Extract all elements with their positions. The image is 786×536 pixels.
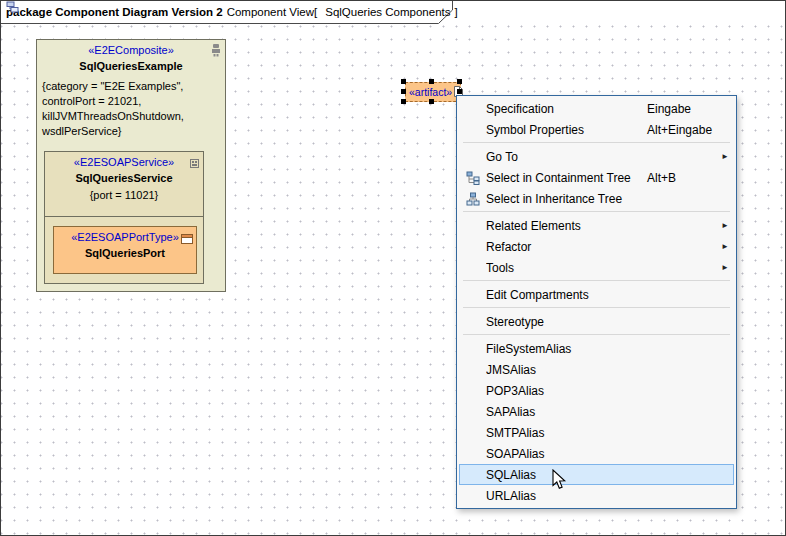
compartment-separator	[45, 216, 203, 217]
porttype-stereotype: «E2ESOAPPortType»	[54, 231, 196, 244]
containment-tree-icon	[466, 171, 486, 185]
menu-separator	[463, 211, 730, 212]
menu-item-label: SOAPAlias	[486, 447, 647, 461]
frame-kind-and-name: package Component Diagram Version 2	[6, 6, 223, 18]
e2e-composite-icon	[209, 43, 222, 61]
porttype-node-sqlqueriesport[interactable]: «E2ESOAPPortType» SqlQueriesPort	[53, 226, 197, 274]
menu-item-filesystemalias[interactable]: FileSystemAlias	[459, 338, 734, 359]
service-property: {port = 11021}	[45, 189, 203, 201]
menu-item-urlalias[interactable]: URLAlias	[459, 485, 734, 506]
porttype-name: SqlQueriesPort	[54, 247, 196, 260]
frame-view-label: Component View[	[227, 6, 318, 18]
menu-item-refactor[interactable]: Refactor ►	[459, 236, 734, 257]
menu-item-shortcut: Eingabe	[647, 102, 719, 116]
menu-item-label: Select in Inheritance Tree	[486, 192, 647, 206]
composite-properties: {category = "E2E Examples", controlPort …	[42, 79, 221, 139]
menu-item-smtpalias[interactable]: SMTPAlias	[459, 422, 734, 443]
menu-item-label: FileSystemAlias	[486, 342, 647, 356]
submenu-arrow-icon: ►	[719, 152, 729, 161]
menu-item-related-elements[interactable]: Related Elements ►	[459, 215, 734, 236]
selection-handle[interactable]	[429, 79, 434, 84]
menu-item-go-to[interactable]: Go To ►	[459, 146, 734, 167]
submenu-arrow-icon: ►	[719, 221, 729, 230]
menu-item-select-in-inheritance-tree[interactable]: Select in Inheritance Tree	[459, 188, 734, 209]
menu-item-shortcut: Alt+B	[647, 171, 719, 185]
menu-item-tools[interactable]: Tools ►	[459, 257, 734, 278]
selection-handle[interactable]	[429, 99, 434, 104]
menu-item-label: Go To	[486, 150, 647, 164]
e2e-service-icon	[189, 155, 200, 173]
menu-item-select-in-containment-tree[interactable]: Select in Containment Tree Alt+B	[459, 167, 734, 188]
menu-item-soapalias[interactable]: SOAPAlias	[459, 443, 734, 464]
composite-property-line: {category = "E2E Examples",	[42, 79, 221, 94]
menu-item-symbol-properties[interactable]: Symbol Properties Alt+Eingabe	[459, 119, 734, 140]
menu-item-label: Related Elements	[486, 219, 647, 233]
menu-item-specification[interactable]: Specification Eingabe	[459, 98, 734, 119]
menu-item-sqlalias[interactable]: SQLAlias	[459, 464, 734, 485]
menu-item-shortcut: Alt+Eingabe	[647, 123, 719, 137]
selection-handle[interactable]	[401, 89, 406, 94]
menu-separator	[463, 307, 730, 308]
selection-handle[interactable]	[401, 99, 406, 104]
artifact-stereotype: «artifact»	[409, 86, 452, 99]
menu-item-jmsalias[interactable]: JMSAlias	[459, 359, 734, 380]
e2e-porttype-icon	[181, 230, 193, 248]
composite-node-sqlqueriesexample[interactable]: «E2EComposite» SqlQueriesExample {catego…	[36, 39, 226, 292]
frame-title: package Component Diagram Version 2 Comp…	[6, 1, 458, 23]
composite-name: SqlQueriesExample	[37, 60, 225, 73]
service-name: SqlQueriesService	[45, 172, 203, 185]
service-node-sqlqueriesservice[interactable]: «E2ESOAPService» SqlQueriesService {port…	[44, 151, 204, 284]
menu-item-label: Edit Compartments	[486, 288, 647, 302]
menu-item-label: Symbol Properties	[486, 123, 647, 137]
selection-handle[interactable]	[457, 89, 462, 94]
menu-item-edit-compartments[interactable]: Edit Compartments	[459, 284, 734, 305]
menu-item-label: Select in Containment Tree	[486, 171, 647, 185]
submenu-arrow-icon: ►	[719, 263, 729, 272]
menu-item-label: JMSAlias	[486, 363, 647, 377]
menu-item-pop3alias[interactable]: POP3Alias	[459, 380, 734, 401]
menu-item-sapalias[interactable]: SAPAlias	[459, 401, 734, 422]
menu-item-label: Tools	[486, 261, 647, 275]
application-window: package Component Diagram Version 2 Comp…	[0, 0, 786, 536]
menu-item-label: POP3Alias	[486, 384, 647, 398]
menu-item-label: Stereotype	[486, 315, 647, 329]
menu-item-label: SMTPAlias	[486, 426, 647, 440]
submenu-arrow-icon: ►	[719, 242, 729, 251]
selection-handle[interactable]	[401, 79, 406, 84]
menu-separator	[463, 334, 730, 335]
menu-item-label: SAPAlias	[486, 405, 647, 419]
composite-stereotype: «E2EComposite»	[37, 44, 225, 57]
composite-property-line: controlPort = 21021,	[42, 94, 221, 109]
frame-diagram-name: SqlQueries Components	[325, 6, 450, 18]
menu-item-label: Specification	[486, 102, 647, 116]
menu-item-label: Refactor	[486, 240, 647, 254]
menu-item-stereotype[interactable]: Stereotype	[459, 311, 734, 332]
frame-bracket-close: ]	[455, 6, 458, 18]
composite-property-line: killJVMThreadsOnShutdown,	[42, 109, 221, 124]
composite-property-line: wsdlPerService}	[42, 124, 221, 139]
inheritance-tree-icon	[466, 192, 486, 206]
service-stereotype: «E2ESOAPService»	[45, 156, 203, 169]
selection-handle[interactable]	[457, 79, 462, 84]
context-menu: Specification Eingabe Symbol Properties …	[456, 95, 737, 509]
menu-separator	[463, 142, 730, 143]
mouse-cursor	[552, 469, 567, 495]
diagram-frame-header: package Component Diagram Version 2 Comp…	[1, 1, 453, 24]
menu-separator	[463, 280, 730, 281]
